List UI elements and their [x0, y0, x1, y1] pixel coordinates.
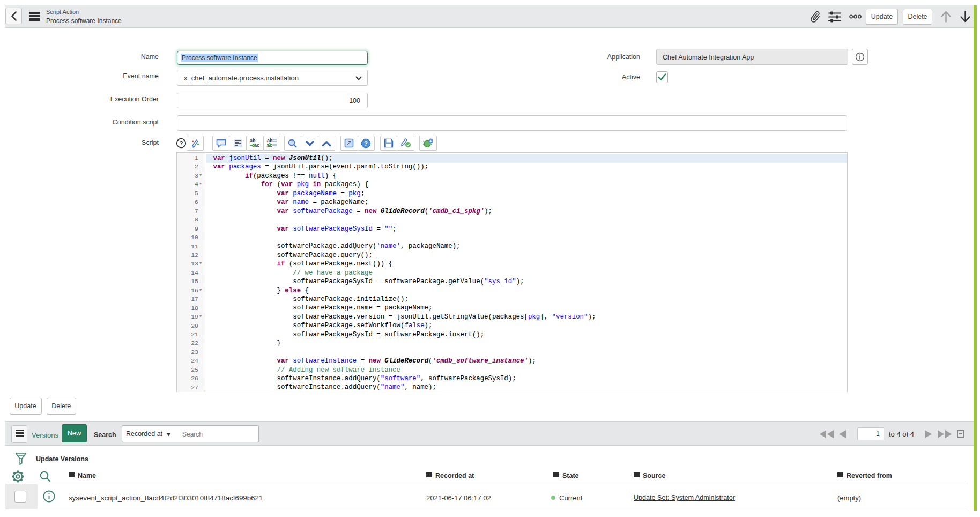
svg-text:?: ? — [179, 140, 183, 146]
svg-text:?: ? — [364, 140, 368, 147]
